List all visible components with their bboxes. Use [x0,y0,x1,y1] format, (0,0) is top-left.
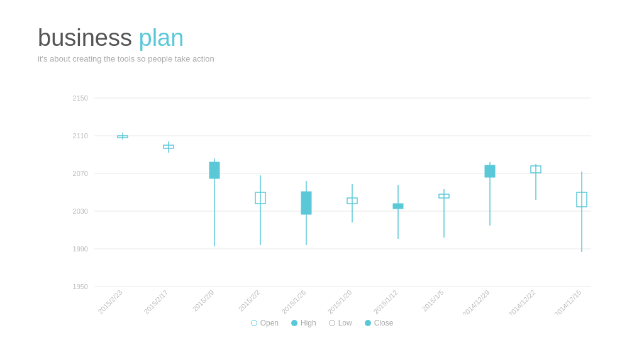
svg-text:2015/1/5: 2015/1/5 [421,288,445,313]
svg-text:2070: 2070 [73,170,88,177]
title-highlight: plan [139,25,184,51]
svg-rect-25 [393,204,403,209]
svg-rect-29 [485,165,495,177]
chart-area: 2150 2110 2070 2030 1990 1950 [57,82,597,315]
page-subtitle: it's about creating the tools so people … [38,54,606,63]
legend-high-dot [291,320,297,326]
page-title: business plan [38,25,606,52]
svg-text:2014/12/15: 2014/12/15 [553,288,582,315]
legend-low-label: Low [338,319,352,327]
svg-rect-21 [301,192,311,214]
svg-text:2030: 2030 [73,207,88,215]
svg-text:1990: 1990 [73,245,88,253]
svg-text:2015/2/23: 2015/2/23 [96,288,123,315]
legend-open-label: Open [260,319,279,327]
legend-low-dot [329,320,335,326]
svg-text:1950: 1950 [73,283,88,290]
svg-text:2014/12/22: 2014/12/22 [507,288,536,315]
svg-text:2150: 2150 [73,94,88,102]
legend-close: Close [365,319,394,327]
legend-close-label: Close [374,319,394,327]
title-plain: business [38,25,139,51]
title-area: business plan it's about creating the to… [38,25,606,63]
svg-text:2015/1/12: 2015/1/12 [372,288,399,315]
legend-high: High [291,319,316,327]
svg-text:2015/1/20: 2015/1/20 [326,288,353,315]
legend-high-label: High [301,319,316,327]
svg-text:2014/12/29: 2014/12/29 [461,288,491,315]
svg-rect-17 [209,162,219,178]
page: business plan it's about creating the to… [0,0,644,362]
legend-low: Low [329,319,352,327]
svg-text:2015/2/9: 2015/2/9 [191,288,216,313]
svg-text:2015/2/2: 2015/2/2 [237,288,262,313]
candlestick-chart: 2150 2110 2070 2030 1990 1950 [57,82,597,315]
legend-open: Open [251,319,279,327]
legend-close-dot [365,320,371,326]
svg-text:2015/1/26: 2015/1/26 [280,288,307,315]
svg-text:2015/2/17: 2015/2/17 [142,288,169,315]
legend-open-dot [251,320,257,326]
chart-legend: Open High Low Close [38,319,606,327]
svg-text:2110: 2110 [73,132,88,140]
